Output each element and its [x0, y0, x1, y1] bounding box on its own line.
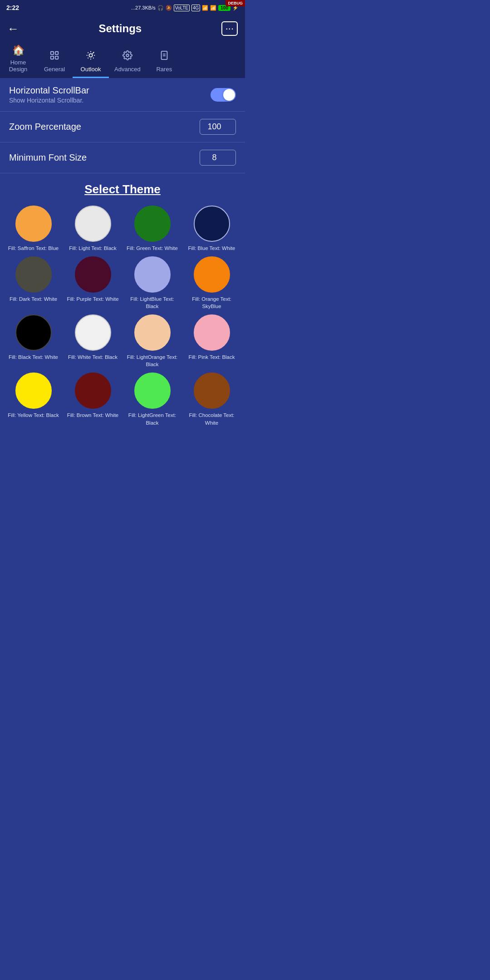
theme-label-black: Fill: Black Text: White	[9, 353, 58, 361]
font-label: Minimum Font Size	[9, 152, 87, 163]
theme-circle-light	[75, 206, 111, 242]
theme-item-dark[interactable]: Fill: Dark Text: White	[5, 256, 62, 310]
theme-item-yellow[interactable]: Fill: Yellow Text: Black	[5, 372, 62, 426]
toggle-knob	[223, 89, 235, 101]
theme-circle-black	[15, 314, 52, 351]
tab-home-design[interactable]: 🏠 HomeDesign	[0, 42, 36, 78]
debug-badge: DEBUG	[225, 0, 245, 6]
theme-circle-orange	[194, 256, 230, 293]
theme-label-lightgreen: Fill: LightGreen Text: Black	[123, 412, 181, 426]
svg-rect-2	[51, 56, 54, 59]
theme-circle-white	[75, 314, 111, 351]
theme-item-saffron[interactable]: Fill: Saffron Text: Blue	[5, 206, 62, 252]
theme-label-pink: Fill: Pink Text: Black	[188, 353, 235, 361]
4g-icon: 4G	[191, 5, 200, 11]
theme-section: Select Theme Fill: Saffron Text: BlueFil…	[0, 173, 245, 431]
theme-item-brown[interactable]: Fill: Brown Text: White	[64, 372, 122, 426]
theme-circle-lightgreen	[134, 372, 171, 409]
svg-rect-1	[55, 52, 58, 54]
theme-label-light: Fill: Light Text: Black	[69, 245, 117, 252]
theme-label-dark: Fill: Dark Text: White	[10, 295, 57, 303]
theme-item-lightorange[interactable]: Fill: LightOrange Text: Black	[123, 314, 181, 368]
theme-label-saffron: Fill: Saffron Text: Blue	[8, 245, 59, 252]
status-right: ...27.3KB/s 🎧 🔕 VoLTE 4G 📶 📶 100 ⚡	[131, 5, 239, 11]
tab-outlook[interactable]: Outlook	[73, 42, 109, 78]
theme-circle-dark	[15, 256, 52, 293]
zoom-label: Zoom Percentage	[9, 122, 81, 132]
scrollbar-setting-row: Horizontal ScrollBar Show Horizontal Scr…	[0, 78, 245, 112]
rares-icon	[159, 50, 169, 63]
theme-item-black[interactable]: Fill: Black Text: White	[5, 314, 62, 368]
font-setting-row: Minimum Font Size	[0, 142, 245, 173]
mute-icon: 🔕	[166, 5, 172, 11]
theme-section-title: Select Theme	[5, 182, 240, 196]
tab-advanced[interactable]: Advanced	[109, 42, 146, 78]
svg-rect-3	[55, 56, 58, 59]
theme-item-lightblue[interactable]: Fill: LightBlue Text: Black	[123, 256, 181, 310]
theme-circle-lightorange	[134, 314, 171, 351]
theme-circle-saffron	[15, 206, 52, 242]
theme-circle-chocolate	[194, 372, 230, 409]
theme-circle-purple	[75, 256, 111, 293]
font-size-input[interactable]	[200, 150, 236, 166]
theme-item-chocolate[interactable]: Fill: Chocolate Text: White	[183, 372, 240, 426]
scrollbar-toggle[interactable]	[211, 88, 236, 102]
app-bar: ← Settings ···	[0, 15, 245, 42]
network-speed: ...27.3KB/s	[131, 5, 156, 10]
svg-line-11	[88, 58, 88, 59]
outlook-icon	[86, 50, 96, 63]
theme-item-light[interactable]: Fill: Light Text: Black	[64, 206, 122, 252]
theme-circle-lightblue	[134, 256, 171, 293]
theme-circle-yellow	[15, 372, 52, 409]
theme-label-green: Fill: Green Text: White	[127, 245, 178, 252]
general-icon	[49, 50, 59, 63]
theme-label-blue: Fill: Blue Text: White	[188, 245, 235, 252]
volte-icon: VoLTE	[174, 5, 190, 11]
zoom-setting-row: Zoom Percentage	[0, 112, 245, 142]
theme-label-white: Fill: White Text: Black	[68, 353, 118, 361]
theme-circle-pink	[194, 314, 230, 351]
theme-item-green[interactable]: Fill: Green Text: White	[123, 206, 181, 252]
svg-point-4	[89, 54, 92, 57]
svg-line-10	[93, 58, 93, 59]
theme-item-orange[interactable]: Fill: Orange Text: SkyBlue	[183, 256, 240, 310]
theme-label-purple: Fill: Purple Text: White	[67, 295, 118, 303]
theme-circle-blue	[194, 206, 230, 242]
scrollbar-label: Horizontal ScrollBar	[9, 85, 211, 96]
svg-point-14	[126, 54, 129, 57]
theme-label-yellow: Fill: Yellow Text: Black	[8, 412, 59, 419]
theme-grid: Fill: Saffron Text: BlueFill: Light Text…	[5, 206, 240, 426]
theme-item-pink[interactable]: Fill: Pink Text: Black	[183, 314, 240, 368]
overflow-menu-button[interactable]: ···	[221, 21, 238, 36]
home-design-icon: 🏠	[12, 44, 24, 56]
scrollbar-label-group: Horizontal ScrollBar Show Horizontal Scr…	[9, 85, 211, 104]
theme-label-orange: Fill: Orange Text: SkyBlue	[183, 295, 240, 310]
headphone-icon: 🎧	[157, 5, 164, 11]
advanced-icon	[122, 50, 132, 63]
theme-item-white[interactable]: Fill: White Text: Black	[64, 314, 122, 368]
theme-item-purple[interactable]: Fill: Purple Text: White	[64, 256, 122, 310]
theme-label-lightblue: Fill: LightBlue Text: Black	[123, 295, 181, 310]
theme-item-lightgreen[interactable]: Fill: LightGreen Text: Black	[123, 372, 181, 426]
theme-item-blue[interactable]: Fill: Blue Text: White	[183, 206, 240, 252]
settings-content: Horizontal ScrollBar Show Horizontal Scr…	[0, 78, 245, 431]
tab-general[interactable]: General	[36, 42, 73, 78]
status-time: 2:22	[6, 4, 19, 11]
svg-line-9	[88, 53, 88, 53]
back-button[interactable]: ←	[7, 22, 19, 36]
theme-circle-brown	[75, 372, 111, 409]
theme-circle-green	[134, 206, 171, 242]
status-bar: 2:22 ...27.3KB/s 🎧 🔕 VoLTE 4G 📶 📶 100 ⚡ …	[0, 0, 245, 15]
signal-icon: 📶	[202, 5, 208, 11]
zoom-input[interactable]	[200, 119, 236, 135]
theme-label-brown: Fill: Brown Text: White	[67, 412, 119, 419]
page-title: Settings	[98, 22, 142, 35]
wifi-icon: 📶	[210, 5, 216, 11]
tab-rares[interactable]: Rares	[146, 42, 182, 78]
svg-rect-0	[51, 52, 54, 54]
scrollbar-sublabel: Show Horizontal Scrollbar.	[9, 97, 211, 104]
theme-label-chocolate: Fill: Chocolate Text: White	[183, 412, 240, 426]
tab-bar: 🏠 HomeDesign General	[0, 42, 245, 78]
theme-label-lightorange: Fill: LightOrange Text: Black	[123, 353, 181, 368]
